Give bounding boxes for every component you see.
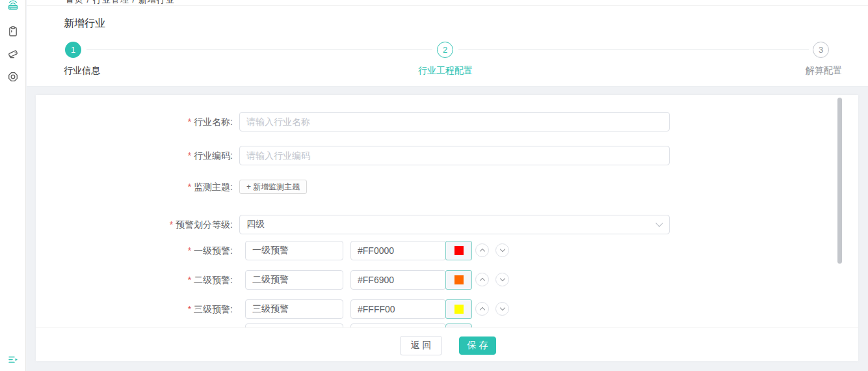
- color-swatch: [454, 275, 464, 284]
- required-asterisk: *: [170, 219, 173, 230]
- required-asterisk: *: [188, 304, 191, 314]
- required-asterisk: *: [188, 275, 191, 285]
- warning-1-label: *一级预警:: [75, 241, 233, 260]
- add-monitor-topic-button[interactable]: + 新增监测主题: [239, 180, 307, 194]
- warning-2-label: *二级预警:: [75, 270, 233, 290]
- gear-icon[interactable]: [7, 70, 20, 83]
- warning-3-name-input[interactable]: [245, 299, 343, 319]
- router-icon[interactable]: [7, 0, 20, 12]
- breadcrumb-text: 首页 / 行业管理 / 新增行业: [66, 0, 175, 6]
- required-asterisk: *: [188, 245, 191, 256]
- warning-level-label: *预警划分等级:: [75, 215, 233, 234]
- industry-code-row: *行业编码:: [36, 146, 858, 165]
- save-button[interactable]: 保 存: [459, 337, 496, 355]
- step-connector-1: [86, 49, 432, 50]
- cctv-camera-icon[interactable]: [7, 48, 20, 61]
- warning-2-color-input[interactable]: [350, 270, 446, 290]
- step-3-label: 解算配置: [806, 65, 842, 77]
- form-panel: *行业名称: *行业编码: *监测主题: + 新增监测主题 *预警划分等级: *…: [36, 95, 858, 361]
- chevron-down-icon: [499, 305, 505, 310]
- chevron-up-icon: [479, 249, 484, 254]
- move-up-button[interactable]: [475, 273, 489, 286]
- warning-row-3: *三级预警:: [36, 299, 858, 319]
- warning-3-color-picker[interactable]: [445, 299, 472, 319]
- warning-1-name-input[interactable]: [245, 241, 343, 260]
- step-3-circle: 3: [813, 42, 829, 58]
- warning-level-row: *预警划分等级:: [36, 215, 858, 234]
- warning-1-color-picker[interactable]: [445, 241, 472, 260]
- chevron-up-icon: [479, 278, 484, 283]
- chevron-down-icon: [499, 247, 505, 252]
- breadcrumb[interactable]: 首页 / 行业管理 / 新增行业: [27, 0, 868, 6]
- monitor-topic-row: *监测主题: + 新增监测主题: [36, 180, 858, 194]
- chevron-up-icon: [479, 307, 484, 312]
- move-down-button[interactable]: [495, 243, 509, 257]
- industry-name-row: *行业名称:: [36, 112, 858, 131]
- color-swatch: [454, 246, 464, 255]
- industry-code-input[interactable]: [239, 146, 670, 165]
- warning-3-label: *三级预警:: [75, 299, 233, 319]
- required-asterisk: *: [188, 182, 191, 192]
- clipboard-icon[interactable]: [7, 25, 20, 38]
- step-1-label: 行业信息: [64, 65, 100, 77]
- step-1-number: 1: [71, 45, 75, 55]
- move-up-button[interactable]: [475, 302, 489, 316]
- warning-2-name-input[interactable]: [245, 270, 343, 290]
- industry-code-label: *行业编码:: [75, 146, 233, 165]
- back-button[interactable]: 返 回: [400, 336, 442, 355]
- warning-row-1: *一级预警:: [36, 241, 858, 260]
- step-3-number: 3: [819, 45, 823, 55]
- move-down-button[interactable]: [495, 302, 509, 316]
- color-swatch: [454, 305, 464, 314]
- warning-2-color-picker[interactable]: [445, 270, 472, 290]
- step-2-number: 2: [443, 45, 447, 55]
- warning-row-2: *二级预警:: [36, 270, 858, 290]
- step-connector-2: [458, 49, 809, 50]
- move-up-button[interactable]: [475, 243, 489, 257]
- form-footer: 返 回 保 存: [36, 327, 858, 361]
- monitor-topic-label: *监测主题:: [75, 180, 233, 194]
- header: 首页 / 行业管理 / 新增行业 新增行业 1 行业信息 2 行业工程配置 3 …: [27, 0, 868, 87]
- warning-level-select[interactable]: [239, 215, 670, 234]
- industry-name-label: *行业名称:: [75, 112, 233, 131]
- chevron-down-icon: [499, 276, 505, 281]
- industry-name-input[interactable]: [239, 112, 670, 131]
- sidebar: [0, 0, 26, 371]
- warning-3-color-input[interactable]: [350, 299, 446, 319]
- required-asterisk: *: [188, 117, 191, 127]
- step-1-circle: 1: [65, 42, 81, 58]
- required-asterisk: *: [188, 150, 191, 161]
- warning-level-value[interactable]: [239, 215, 670, 234]
- step-2-circle: 2: [437, 42, 453, 58]
- menu-expand-icon[interactable]: [7, 353, 20, 366]
- move-down-button[interactable]: [495, 273, 509, 286]
- step-2-label: 行业工程配置: [418, 65, 473, 77]
- page-title: 新增行业: [64, 17, 105, 31]
- scrollbar-thumb[interactable]: [837, 98, 842, 264]
- warning-1-color-input[interactable]: [350, 241, 446, 260]
